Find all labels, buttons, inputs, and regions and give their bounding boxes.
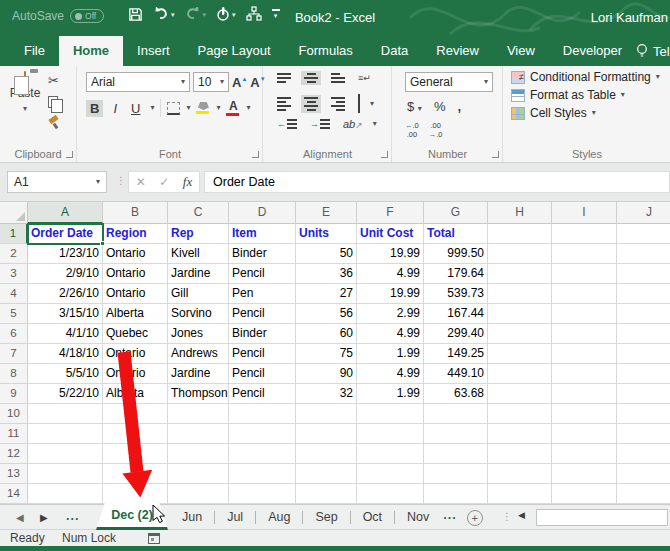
decrease-indent-button[interactable]: ← xyxy=(274,117,300,131)
cell-C3[interactable]: Jardine xyxy=(168,264,229,284)
fill-color-button[interactable] xyxy=(196,102,210,114)
cell-F7[interactable]: 1.99 xyxy=(357,344,424,364)
font-color-button[interactable]: A xyxy=(226,100,240,116)
cell-I4[interactable] xyxy=(552,284,617,304)
copy-button[interactable] xyxy=(48,96,58,108)
cell-D6[interactable]: Binder xyxy=(229,324,296,344)
cell-G8[interactable]: 449.10 xyxy=(424,364,488,384)
tell-me-box[interactable]: Tell m xyxy=(636,36,670,66)
alignment-dialog-launcher[interactable] xyxy=(381,151,388,158)
sheet-tab-jul[interactable]: Jul xyxy=(215,505,255,530)
ribbon-tab-page-layout[interactable]: Page Layout xyxy=(184,36,285,66)
cell-H4[interactable] xyxy=(488,284,552,304)
cell-I5[interactable] xyxy=(552,304,617,324)
cell-I8[interactable] xyxy=(552,364,617,384)
row-header-8[interactable]: 8 xyxy=(0,364,28,384)
fill-color-caret[interactable]: ▾ xyxy=(216,104,220,112)
cell-E12[interactable] xyxy=(296,444,357,464)
touch-mode-button[interactable]: ▾ xyxy=(216,6,236,22)
cell-G4[interactable]: 539.73 xyxy=(424,284,488,304)
paste-button[interactable]: Paste ▾ xyxy=(8,72,42,114)
cell-H5[interactable] xyxy=(488,304,552,324)
cell-D14[interactable] xyxy=(229,484,296,504)
ribbon-tab-file[interactable]: File xyxy=(10,36,59,66)
new-sheet-button[interactable]: + xyxy=(467,510,483,526)
column-header-g[interactable]: G xyxy=(424,202,488,224)
sheet-nav-next-button[interactable]: ▶ xyxy=(40,512,48,523)
autosave-toggle[interactable]: AutoSave Off xyxy=(12,9,104,23)
cell-I1[interactable] xyxy=(552,224,617,244)
align-center-button[interactable] xyxy=(301,95,321,113)
increase-indent-button[interactable]: → xyxy=(307,117,333,131)
cell-J4[interactable] xyxy=(617,284,670,304)
cell-I6[interactable] xyxy=(552,324,617,344)
cell-G2[interactable]: 999.50 xyxy=(424,244,488,264)
clipboard-dialog-launcher[interactable] xyxy=(66,151,73,158)
increase-font-button[interactable]: A▲ xyxy=(232,75,247,90)
row-header-1[interactable]: 1 xyxy=(0,224,28,244)
cell-E9[interactable]: 32 xyxy=(296,384,357,404)
cell-F8[interactable]: 4.99 xyxy=(357,364,424,384)
cell-A3[interactable]: 2/9/10 xyxy=(28,264,103,284)
cell-J7[interactable] xyxy=(617,344,670,364)
cell-A14[interactable] xyxy=(28,484,103,504)
cell-A8[interactable]: 5/5/10 xyxy=(28,364,103,384)
font-dialog-launcher[interactable] xyxy=(252,151,259,158)
decrease-decimal-button[interactable]: .00→.0 xyxy=(429,122,443,139)
cell-J13[interactable] xyxy=(617,464,670,484)
align-right-button[interactable] xyxy=(328,95,348,113)
cell-F3[interactable]: 4.99 xyxy=(357,264,424,284)
sheet-tab-sep[interactable]: Sep xyxy=(303,505,349,530)
name-box-caret[interactable]: ▾ xyxy=(96,178,100,186)
styles-item-cell-styles[interactable]: Cell Styles▾ xyxy=(511,106,670,120)
cell-D5[interactable]: Pencil xyxy=(229,304,296,324)
cell-C11[interactable] xyxy=(168,424,229,444)
cell-E3[interactable]: 36 xyxy=(296,264,357,284)
merge-center-caret[interactable]: ▾ xyxy=(370,100,374,108)
cell-B10[interactable] xyxy=(103,404,168,424)
redo-caret[interactable]: ▾ xyxy=(203,11,207,18)
ribbon-tab-insert[interactable]: Insert xyxy=(123,36,184,66)
cell-A11[interactable] xyxy=(28,424,103,444)
cell-D4[interactable]: Pen xyxy=(229,284,296,304)
cell-J6[interactable] xyxy=(617,324,670,344)
fill-handle[interactable] xyxy=(100,241,105,246)
cell-E2[interactable]: 50 xyxy=(296,244,357,264)
select-all-button[interactable] xyxy=(0,202,28,224)
column-header-a[interactable]: A xyxy=(28,202,103,224)
cell-D12[interactable] xyxy=(229,444,296,464)
autosave-pill[interactable]: Off xyxy=(70,9,104,23)
customize-qat-button[interactable]: ▾ xyxy=(272,9,280,19)
number-dialog-launcher[interactable] xyxy=(492,151,499,158)
cell-B11[interactable] xyxy=(103,424,168,444)
row-header-2[interactable]: 2 xyxy=(0,244,28,264)
cell-E7[interactable]: 75 xyxy=(296,344,357,364)
cell-D7[interactable]: Pencil xyxy=(229,344,296,364)
cell-G7[interactable]: 149.25 xyxy=(424,344,488,364)
cell-H14[interactable] xyxy=(488,484,552,504)
increase-decimal-button[interactable]: ←.0.00 xyxy=(405,122,419,139)
styles-item-format-as-table[interactable]: Format as Table▾ xyxy=(511,88,670,102)
sheet-nav-prev-button[interactable]: ◀ xyxy=(16,512,24,523)
hscroll-thumb[interactable] xyxy=(536,509,668,526)
cell-I11[interactable] xyxy=(552,424,617,444)
column-header-b[interactable]: B xyxy=(103,202,168,224)
cell-F4[interactable]: 19.99 xyxy=(357,284,424,304)
cell-I10[interactable] xyxy=(552,404,617,424)
cell-E13[interactable] xyxy=(296,464,357,484)
cell-B3[interactable]: Ontario xyxy=(103,264,168,284)
row-header-7[interactable]: 7 xyxy=(0,344,28,364)
top-align-button[interactable] xyxy=(274,71,294,85)
cell-B2[interactable]: Ontario xyxy=(103,244,168,264)
cell-C13[interactable] xyxy=(168,464,229,484)
cell-J10[interactable] xyxy=(617,404,670,424)
cell-C8[interactable]: Jardine xyxy=(168,364,229,384)
hscroll-left-button[interactable]: ◀ xyxy=(518,510,525,520)
cut-button[interactable]: ✂ xyxy=(48,74,59,87)
column-header-f[interactable]: F xyxy=(357,202,424,224)
cell-C7[interactable]: Andrews xyxy=(168,344,229,364)
name-box[interactable]: A1 ▾ xyxy=(7,171,107,193)
cell-D11[interactable] xyxy=(229,424,296,444)
align-left-button[interactable] xyxy=(274,95,294,113)
sheet-tab-aug[interactable]: Aug xyxy=(256,505,302,530)
